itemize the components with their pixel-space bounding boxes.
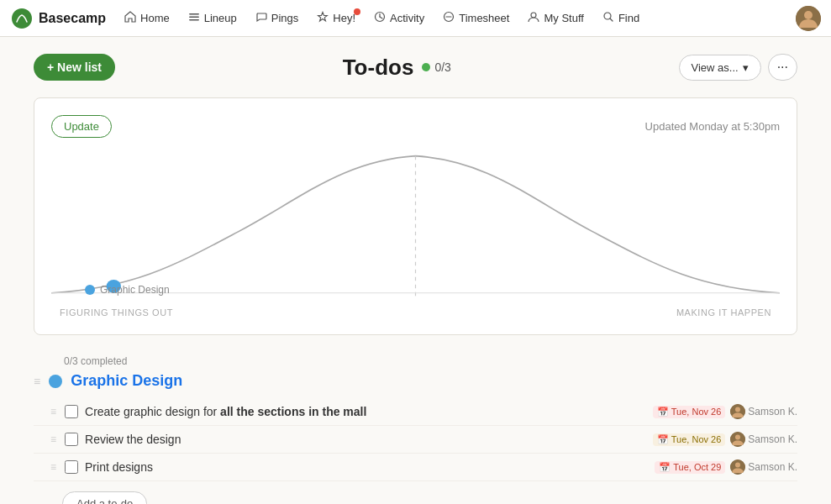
- activity-icon: [374, 11, 386, 25]
- main-content: + New list To-dos 0/3 View as... ▾ ··· U…: [0, 37, 831, 504]
- calendar-icon: 📅: [659, 462, 671, 473]
- assignee: Samson K.: [730, 459, 797, 475]
- new-list-button[interactable]: + New list: [34, 54, 115, 81]
- chevron-down-icon: ▾: [743, 61, 749, 74]
- svg-point-13: [735, 407, 740, 412]
- assignee: Samson K.: [730, 404, 797, 419]
- svg-rect-2: [189, 19, 199, 21]
- navigation: Basecamp Home Lineup Pings Hey! Activity: [0, 0, 831, 37]
- svg-point-8: [804, 11, 813, 19]
- list-title-link[interactable]: Graphic Design: [71, 372, 182, 390]
- pings-icon: [255, 11, 267, 25]
- hey-notification-badge: [354, 8, 360, 15]
- page-title-area: To-dos 0/3: [115, 55, 679, 81]
- more-options-button[interactable]: ···: [768, 54, 797, 81]
- table-row: ≡ Review the design 📅 Tue, Nov 26 Samson…: [34, 426, 797, 454]
- lineup-icon: [188, 11, 200, 25]
- todo-meta: 📅 Tue, Nov 26 Samson K.: [653, 404, 797, 419]
- todo-text: Review the design: [85, 433, 643, 446]
- todo-meta: 📅 Tue, Oct 29 Samson K.: [655, 459, 797, 475]
- add-todo-button[interactable]: Add a to-do: [62, 491, 147, 504]
- todo-drag-handle[interactable]: ≡: [50, 433, 56, 445]
- assignee-avatar: [730, 404, 745, 419]
- assignee-avatar: [730, 432, 745, 447]
- update-button[interactable]: Update: [51, 115, 112, 138]
- nav-find[interactable]: Find: [594, 7, 648, 29]
- assignee: Samson K.: [730, 432, 797, 447]
- page-title: To-dos 0/3: [343, 55, 451, 81]
- user-avatar[interactable]: [796, 6, 821, 31]
- todo-checkbox[interactable]: [65, 405, 78, 418]
- todo-checkbox[interactable]: [65, 460, 78, 474]
- list-drag-handle[interactable]: ≡: [34, 375, 40, 388]
- chart-dot: [85, 285, 95, 295]
- hey-icon: [317, 11, 329, 25]
- chart-dot-label: Graphic Design: [85, 284, 170, 296]
- chart-section: Update Updated Monday at 5:30pm Graphic …: [34, 97, 797, 335]
- mystuff-icon: [528, 11, 539, 25]
- todo-section: 0/3 completed ≡ Graphic Design ≡ Create …: [34, 355, 797, 504]
- chart-axis-labels: FIGURING THINGS OUT MAKING IT HAPPEN: [51, 307, 780, 318]
- todo-text: Create graphic design for all the sectio…: [85, 405, 643, 418]
- assignee-avatar: [730, 459, 745, 475]
- svg-point-17: [735, 463, 740, 468]
- timesheet-icon: [443, 11, 455, 25]
- chart-area: Graphic Design: [51, 151, 780, 302]
- nav-activity[interactable]: Activity: [366, 7, 433, 29]
- svg-rect-0: [189, 13, 199, 15]
- due-date-badge: 📅 Tue, Nov 26: [653, 406, 726, 418]
- nav-timesheet[interactable]: Timesheet: [434, 7, 518, 29]
- completed-count: 0/3 completed: [35, 355, 797, 367]
- list-color-dot: [49, 375, 62, 388]
- todo-text: Print designs: [85, 460, 644, 474]
- nav-home[interactable]: Home: [116, 7, 178, 29]
- page-toolbar: + New list To-dos 0/3 View as... ▾ ···: [34, 54, 797, 81]
- calendar-icon: 📅: [657, 434, 669, 445]
- basecamp-logo-icon: [10, 7, 34, 30]
- hill-chart-svg: [51, 151, 780, 302]
- todo-checkbox[interactable]: [65, 433, 78, 446]
- todo-drag-handle[interactable]: ≡: [50, 461, 56, 473]
- due-date-badge: 📅 Tue, Oct 29: [655, 461, 725, 474]
- todo-meta: 📅 Tue, Nov 26 Samson K.: [653, 432, 797, 447]
- nav-hey[interactable]: Hey!: [308, 7, 364, 29]
- logo-text: Basecamp: [39, 11, 106, 26]
- updated-timestamp: Updated Monday at 5:30pm: [645, 120, 780, 133]
- table-row: ≡ Create graphic design for all the sect…: [34, 398, 797, 426]
- chart-left-label: FIGURING THINGS OUT: [60, 307, 173, 318]
- logo[interactable]: Basecamp: [10, 7, 106, 30]
- view-as-button[interactable]: View as... ▾: [679, 55, 761, 81]
- calendar-icon: 📅: [657, 407, 669, 417]
- find-icon: [602, 11, 614, 25]
- home-icon: [124, 11, 136, 25]
- due-date-badge: 📅 Tue, Nov 26: [653, 433, 726, 446]
- table-row: ≡ Print designs 📅 Tue, Oct 29 Samson K.: [34, 454, 797, 481]
- todo-drag-handle[interactable]: ≡: [50, 406, 56, 417]
- status-dot: [422, 63, 430, 71]
- svg-rect-1: [189, 17, 199, 18]
- chart-right-label: MAKING IT HAPPEN: [676, 307, 771, 318]
- nav-pings[interactable]: Pings: [247, 7, 308, 29]
- toolbar-right: View as... ▾ ···: [679, 54, 797, 81]
- status-badge: 0/3: [422, 60, 450, 74]
- nav-mystuff[interactable]: My Stuff: [519, 7, 592, 29]
- svg-point-15: [735, 435, 740, 440]
- svg-point-5: [531, 13, 536, 18]
- chart-header: Update Updated Monday at 5:30pm: [51, 115, 780, 138]
- nav-lineup[interactable]: Lineup: [180, 7, 245, 29]
- list-header: ≡ Graphic Design: [34, 372, 797, 390]
